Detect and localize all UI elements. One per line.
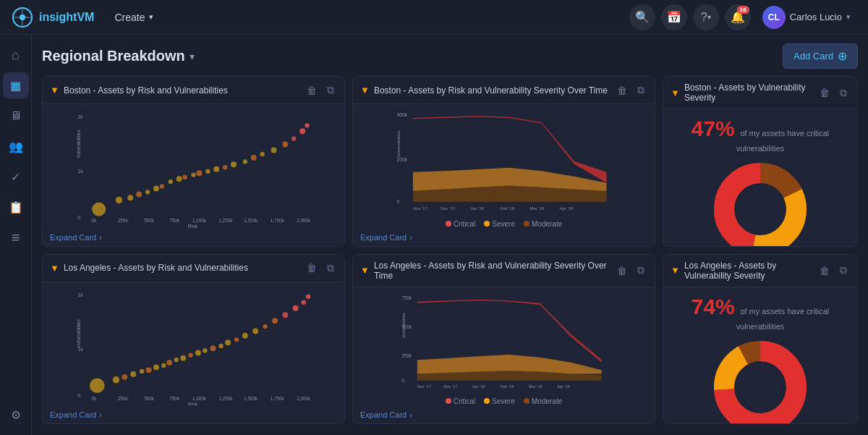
svg-point-84 (146, 367, 152, 373)
svg-point-98 (252, 328, 258, 334)
notifications-button[interactable]: 🔔 18 (725, 4, 751, 30)
svg-text:1,250k: 1,250k (218, 395, 233, 400)
card-delete-button[interactable]: 🗑 (614, 83, 630, 98)
card-la-vuln-severity: ▼ Los Angeles - Assets by Vulnerability … (663, 254, 858, 425)
card-expand-button[interactable]: ⧉ (324, 83, 337, 98)
page-title-chevron-icon[interactable]: ▾ (190, 51, 195, 62)
filter-icon: ▼ (360, 265, 370, 276)
svg-point-94 (218, 343, 223, 347)
svg-point-44 (305, 123, 309, 127)
svg-point-90 (188, 352, 192, 357)
svg-text:Dec '17: Dec '17 (441, 206, 456, 211)
donut-pct: 47% (692, 117, 735, 140)
svg-text:2k: 2k (77, 292, 83, 297)
page-title: Regional Breakdown (42, 48, 185, 64)
card-expand-button[interactable]: ⧉ (324, 261, 337, 276)
svg-point-99 (263, 324, 267, 328)
svg-text:0: 0 (77, 392, 80, 398)
sidebar-item-settings[interactable]: ⚙ (3, 402, 29, 428)
sidebar-item-users[interactable]: 👥 (3, 133, 29, 159)
card-body: 47% of my assets have critical vulnerabi… (663, 109, 857, 247)
svg-point-79 (90, 378, 105, 393)
donut-pct-label: of my assets have critical (740, 307, 829, 316)
sidebar-item-policy[interactable]: ✓ (3, 164, 29, 190)
card-body: 74% of my assets have critical vulnerabi… (663, 287, 857, 425)
sidebar-item-reports[interactable]: 📋 (3, 194, 29, 220)
svg-text:1,500k: 1,500k (244, 395, 258, 400)
card-delete-button[interactable]: 🗑 (304, 83, 320, 98)
card-body: 750k 500k 250k 0 Vulnerabilities Nov '17 (353, 287, 655, 397)
card-la-risk-vuln: ▼ Los Angeles - Assets by Risk and Vulne… (42, 254, 345, 425)
card-expand-button[interactable]: ⧉ (837, 263, 850, 278)
sidebar-item-list[interactable]: ≡ (3, 224, 29, 250)
card-expand-button[interactable]: ⧉ (837, 85, 850, 101)
svg-point-86 (161, 363, 166, 367)
svg-point-85 (153, 364, 159, 370)
svg-point-29 (176, 176, 182, 182)
create-button[interactable]: Create ▾ (106, 7, 162, 28)
expand-card-label: Expand Card (360, 233, 407, 242)
svg-text:Risk: Risk (188, 401, 198, 405)
card-header: ▼ Boston - Assets by Risk and Vulnerabil… (353, 77, 655, 104)
svg-text:Apr '18: Apr '18 (559, 206, 573, 211)
topnav: insightVM Create ▾ 🔍 📅 ?▾ 🔔 18 CL Carlos… (0, 0, 868, 35)
card-footer[interactable]: Expand Card › (353, 408, 655, 423)
help-button[interactable]: ?▾ (693, 4, 719, 30)
donut-chart-la (710, 337, 811, 425)
card-boston-vuln-severity: ▼ Boston - Assets by Vulnerability Sever… (663, 76, 858, 247)
card-expand-button[interactable]: ⧉ (634, 263, 647, 278)
svg-point-103 (302, 300, 306, 304)
filter-icon: ▼ (671, 265, 680, 276)
svg-text:Nov '17: Nov '17 (417, 384, 431, 389)
sidebar-item-dashboard[interactable]: ▦ (3, 72, 29, 98)
nav-right: 🔍 📅 ?▾ 🔔 18 CL Carlos Lucio ▾ (629, 3, 856, 32)
logo[interactable]: insightVM (12, 7, 94, 28)
svg-text:Vulnerabilities: Vulnerabilities (76, 319, 81, 347)
svg-point-91 (195, 350, 201, 355)
chevron-down-icon: ▾ (149, 12, 153, 22)
card-la-risk-time: ▼ Los Angeles - Assets by Risk and Vulne… (352, 254, 655, 425)
svg-text:Vulnerabilities: Vulnerabilities (76, 130, 81, 158)
area-chart-boston: 400k 200k 0 Vulnerabilities Nov '17 (359, 107, 649, 216)
card-footer[interactable]: Expand Card › (353, 231, 655, 246)
svg-text:Vulnerabilities: Vulnerabilities (396, 131, 401, 158)
svg-text:Vulnerabilities: Vulnerabilities (401, 312, 406, 337)
card-expand-button[interactable]: ⧉ (634, 83, 647, 98)
svg-text:750k: 750k (169, 395, 180, 400)
card-footer[interactable]: Expand Card › (43, 408, 344, 423)
card-delete-button[interactable]: 🗑 (614, 263, 630, 278)
card-delete-button[interactable]: 🗑 (304, 261, 320, 275)
svg-point-36 (231, 161, 237, 167)
svg-point-30 (182, 175, 187, 180)
svg-point-102 (293, 305, 299, 311)
card-delete-button[interactable]: 🗑 (817, 85, 833, 100)
card-header: ▼ Los Angeles - Assets by Vulnerability … (663, 255, 857, 287)
card-footer[interactable]: Expand Card › (43, 231, 344, 246)
expand-card-label: Expand Card (50, 233, 96, 242)
sidebar-item-home[interactable]: ⌂ (3, 42, 29, 68)
svg-text:1,000k: 1,000k (192, 218, 207, 223)
svg-point-32 (196, 170, 202, 176)
card-body: 400k 200k 0 Vulnerabilities Nov '17 (353, 104, 655, 219)
create-label: Create (114, 12, 145, 23)
svg-point-34 (213, 166, 219, 172)
add-card-button[interactable]: Add Card ⊕ (783, 43, 858, 69)
calendar-button[interactable]: 📅 (661, 4, 687, 30)
filter-icon: ▼ (360, 85, 370, 96)
svg-text:500k: 500k (144, 395, 155, 400)
svg-text:Risk: Risk (188, 224, 198, 228)
expand-arrow-icon: › (409, 233, 412, 242)
donut-subtitle: vulnerabilities (736, 322, 785, 331)
user-menu[interactable]: CL Carlos Lucio ▾ (757, 3, 856, 32)
svg-text:1,750k: 1,750k (271, 218, 285, 223)
sidebar: ⌂ ▦ 🖥 👥 ✓ 📋 ≡ ⚙ (0, 35, 32, 435)
notif-badge: 18 (737, 6, 749, 14)
svg-point-28 (169, 180, 173, 184)
search-button[interactable]: 🔍 (629, 4, 655, 30)
svg-text:Mar '18: Mar '18 (529, 206, 544, 211)
filter-icon: ▼ (671, 88, 680, 98)
sidebar-item-monitor[interactable]: 🖥 (3, 103, 29, 129)
card-delete-button[interactable]: 🗑 (817, 263, 833, 278)
card-title: Boston - Assets by Risk and Vulnerabilit… (374, 85, 610, 96)
svg-text:1,750k: 1,750k (271, 395, 285, 400)
